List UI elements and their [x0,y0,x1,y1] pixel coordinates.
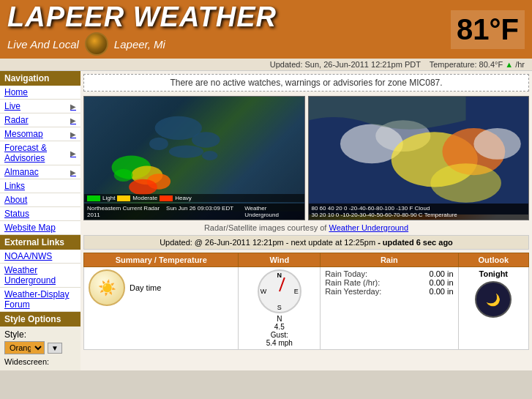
sidebar: Navigation Home Live ▶ Radar ▶ Mesomap ▶… [0,71,80,370]
style-options-area: Style: Orange ▼ Widescreen: [0,327,80,370]
sidebar-live-label: Live [4,101,20,111]
site-subtitle: Live And Local Lapeer, Mi [7,32,277,56]
style-label: Style: [4,329,76,340]
style-dropdown-button[interactable]: ▼ [48,343,62,354]
style-select-row: Orange ▼ [4,341,76,354]
legend-heavy-color [160,195,173,201]
sidebar-item-status[interactable]: Status [0,207,80,221]
widescreen-label: Widescreen: [4,357,76,366]
temp-up-arrow: ▲ [505,60,513,69]
sidebar-item-noaa[interactable]: NOAA/NWS [0,250,80,264]
courtesy-text: Radar/Satellite images courtesy of Weath… [83,223,529,232]
title-part1: LAPEER [7,1,124,32]
radar-title: Northeastern Current Radar Sun Jun 26 09… [87,205,244,218]
main-layout: Navigation Home Live ▶ Radar ▶ Mesomap ▶… [0,71,532,370]
compass-e: E [294,288,299,295]
radar-legend: Light Moderate Heavy [84,194,304,202]
alert-bar: There are no active watches, warnings or… [83,74,529,92]
svg-point-9 [129,179,157,195]
title-part2: WEATHER [133,1,277,32]
sidebar-item-live[interactable]: Live ▶ [0,100,80,113]
legend-moderate-color [117,195,130,201]
table-header-rain: Rain [321,253,458,267]
temperature-unit: /hr [515,60,525,69]
rain-today-label: Rain Today: [325,269,367,278]
legend-moderate-label: Moderate [132,195,157,201]
table-header-wind: Wind [239,253,321,267]
update-bold-text: - updated 6 sec ago [378,238,453,247]
rain-today-value: 0.00 in [430,269,454,278]
subtitle-location: Lapeer, Mi [114,38,165,51]
day-icon: ☀️ [89,269,125,306]
update-status-label: Updated: @ 26-Jun-2011 12:21pm - next up… [160,238,375,247]
sidebar-item-home[interactable]: Home [0,86,80,100]
style-select[interactable]: Orange [4,341,45,354]
satellite-map-svg [309,97,529,215]
svg-point-16 [473,128,520,160]
sidebar-item-wdforum[interactable]: Weather-Display Forum [0,288,80,312]
rain-yesterday-label: Rain Yesterday: [325,287,381,296]
updated-value: Sun, 26-Jun-2011 12:21pm PDT [305,60,421,69]
radar-title-text: Northeastern Current Radar [87,205,160,212]
sidebar-item-almanac[interactable]: Almanac ▶ [0,165,80,179]
main-content: There are no active watches, warnings or… [80,71,532,370]
compass-n: N [277,272,282,279]
sidebar-item-radar[interactable]: Radar ▶ [0,113,80,127]
radar-bottom-bar: Northeastern Current Radar Sun Jun 26 09… [84,204,304,220]
compass-s: S [277,304,282,311]
table-header-outlook: Outlook [458,253,528,267]
wind-info: N 4.5 Gust: 5.4 mph [243,315,315,347]
updated-bar: Updated: Sun, 26-Jun-2011 12:21pm PDT Te… [0,59,532,71]
wind-gust-value: 5.4 mph [243,339,315,347]
page-header: LAPEER WEATHER Live And Local Lapeer, Mi… [0,0,532,59]
wind-speed: 4.5 [243,323,315,331]
almanac-arrow-icon: ▶ [70,168,76,176]
wind-cell: N S E W N 4.5 Gust: 5.4 mph [239,267,321,350]
radar-arrow-icon: ▶ [70,116,76,124]
sidebar-item-wunderground[interactable]: Weather Underground [0,264,80,288]
sidebar-item-links[interactable]: Links [0,179,80,193]
courtesy-label: Radar/Satellite images courtesy of [204,223,327,232]
logo-area: LAPEER WEATHER Live And Local Lapeer, Mi [7,3,277,56]
compass-circle: N S E W [258,269,301,313]
outlook-cell: Tonight 🌙 [458,267,528,350]
external-links-header: External Links [0,235,80,250]
sidebar-item-websitemap[interactable]: Website Map [0,221,80,235]
sidebar-item-mesomap[interactable]: Mesomap ▶ [0,127,80,141]
rain-rate-row: Rain Rate (/hr): 0.00 in [325,278,453,287]
radar-source: Weather Underground [244,205,301,218]
table-row: ☀️ Day time N S E [84,267,529,350]
globe-icon [85,32,108,56]
rain-yesterday-value: 0.00 in [430,287,454,296]
live-arrow-icon: ▶ [70,102,76,111]
summary-label: Day time [130,283,161,292]
courtesy-link[interactable]: Weather Underground [329,223,408,232]
alert-message: There are no active watches, warnings or… [170,78,442,88]
sidebar-mesomap-label: Mesomap [4,129,43,139]
sidebar-item-forecast[interactable]: Forecast & Advisories ▶ [0,141,80,165]
temperature-label: Temperature: [430,60,477,69]
wind-compass: N S E W [258,269,301,313]
rain-yesterday-row: Rain Yesterday: 0.00 in [325,287,453,296]
site-title: LAPEER WEATHER [7,3,277,31]
forecast-arrow-icon: ▶ [70,149,76,157]
temperature-display: 81°F [451,10,525,49]
sidebar-radar-label: Radar [4,115,29,125]
legend-light-label: Light [102,195,115,201]
sidebar-almanac-label: Almanac [4,167,39,177]
summary-cell: ☀️ Day time [84,267,239,350]
rain-rate-label: Rain Rate (/hr): [325,278,380,287]
sidebar-forecast-label: Forecast & Advisories [4,143,70,163]
satellite-scale-bottom: 30 20 10 0 -10-20-30-40-50-60-70-80-90 C… [312,212,526,218]
style-options-header: Style Options [0,312,80,327]
rain-rate-value: 0.00 in [430,278,454,287]
updated-label: Updated: [270,60,303,69]
legend-heavy-label: Heavy [175,195,192,201]
weather-table: Summary / Temperature Wind Rain Outlook … [83,253,529,350]
compass-needle [279,277,285,291]
temperature-value: 80.4°F [479,60,503,69]
sidebar-item-about[interactable]: About [0,193,80,207]
wind-direction: N [243,315,315,323]
radar-image: Northeastern Current Radar Sun Jun 26 09… [83,96,305,220]
satellite-bottom-bar: 80 60 40 20 0 -20-40-60-80-100 -130 F Cl… [309,204,529,220]
